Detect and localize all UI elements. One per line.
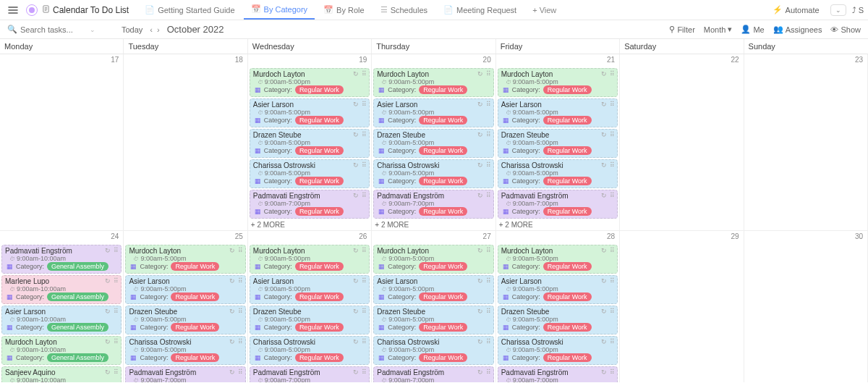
calendar-event[interactable]: ⠿↻Murdoch Layton9:00am-5:00pm▦Category:R… <box>373 68 493 97</box>
drag-handle-icon[interactable]: ⠿ <box>114 277 119 285</box>
drag-handle-icon[interactable]: ⠿ <box>486 131 491 138</box>
day-cell[interactable]: 25⠿↻Murdoch Layton9:00am-5:00pm▦Category… <box>124 231 247 382</box>
category-tag[interactable]: Regular Work <box>419 177 467 185</box>
category-tag[interactable]: General Assembly <box>47 292 109 301</box>
category-tag[interactable]: Regular Work <box>171 353 219 362</box>
drag-handle-icon[interactable]: ⠿ <box>114 247 119 254</box>
drag-handle-icon[interactable]: ⠿ <box>362 161 367 169</box>
drag-handle-icon[interactable]: ⠿ <box>610 161 615 169</box>
calendar-event[interactable]: ⠿↻Charissa Ostrowski9:00am-5:00pm▦Catego… <box>250 336 370 365</box>
day-cell[interactable]: 23 <box>744 54 868 231</box>
category-tag[interactable]: Regular Work <box>419 292 467 301</box>
calendar-event[interactable]: ⠿↻Murdoch Layton9:00am-5:00pm▦Category:R… <box>250 68 370 97</box>
drag-handle-icon[interactable]: ⠿ <box>486 369 491 376</box>
drag-handle-icon[interactable]: ⠿ <box>610 308 615 315</box>
category-tag[interactable]: Regular Work <box>543 85 592 94</box>
category-tag[interactable]: Regular Work <box>295 116 344 125</box>
next-month-button[interactable]: › <box>157 25 160 34</box>
calendar-event[interactable]: ⠿↻Murdoch Layton9:00am-5:00pm▦Category:R… <box>498 68 618 97</box>
me-toggle[interactable]: 👤Me <box>741 25 764 34</box>
drag-handle-icon[interactable]: ⠿ <box>486 247 491 254</box>
calendar-event[interactable]: ⠿↻Charissa Ostrowski9:00am-5:00pm▦Catego… <box>498 336 618 365</box>
category-tag[interactable]: Regular Work <box>419 262 467 271</box>
calendar-event[interactable]: ⠿↻Asier Larson9:00am-5:00pm▦Category:Reg… <box>250 98 370 127</box>
day-cell[interactable]: 24⠿↻Padmavati Engström9:00am-10:00am▦Cat… <box>0 231 124 382</box>
drag-handle-icon[interactable]: ⠿ <box>362 369 367 376</box>
drag-handle-icon[interactable]: ⠿ <box>610 70 615 77</box>
category-tag[interactable]: General Assembly <box>47 262 109 271</box>
calendar-event[interactable]: ⠿↻Murdoch Layton9:00am-5:00pm▦Category:R… <box>250 245 370 274</box>
calendar-event[interactable]: ⠿↻Padmavati Engström9:00am-7:00pm▦Catego… <box>498 366 618 382</box>
drag-handle-icon[interactable]: ⠿ <box>610 277 615 285</box>
calendar-event[interactable]: ⠿↻Murdoch Layton9:00am-5:00pm▦Category:R… <box>498 245 618 274</box>
drag-handle-icon[interactable]: ⠿ <box>362 338 367 345</box>
category-tag[interactable]: Regular Work <box>295 292 344 301</box>
drag-handle-icon[interactable]: ⠿ <box>610 101 615 108</box>
calendar-event[interactable]: ⠿↻Padmavati Engström9:00am-7:00pm▦Catego… <box>373 366 493 382</box>
category-tag[interactable]: Regular Work <box>171 292 219 301</box>
calendar-event[interactable]: ⠿↻Asier Larson9:00am-10:00am▦Category:Ge… <box>1 306 122 334</box>
more-events-button[interactable]: + 2 MORE <box>372 219 495 230</box>
drag-handle-icon[interactable]: ⠿ <box>610 192 615 199</box>
category-tag[interactable]: Regular Work <box>543 323 592 332</box>
calendar-event[interactable]: ⠿↻Drazen Steube9:00am-5:00pm▦Category:Re… <box>498 129 618 158</box>
calendar-event[interactable]: ⠿↻Charissa Ostrowski9:00am-5:00pm▦Catego… <box>373 159 493 188</box>
day-cell[interactable]: 30 <box>744 231 868 382</box>
drag-handle-icon[interactable]: ⠿ <box>362 70 367 77</box>
range-dropdown[interactable]: Month▾ <box>704 25 733 34</box>
more-events-button[interactable]: + 2 MORE <box>496 219 619 230</box>
day-cell[interactable]: 27⠿↻Murdoch Layton9:00am-5:00pm▦Category… <box>372 231 495 382</box>
tab-by-role[interactable]: 📅By Role <box>316 0 372 20</box>
drag-handle-icon[interactable]: ⠿ <box>610 338 615 345</box>
category-tag[interactable]: Regular Work <box>543 116 592 125</box>
calendar-event[interactable]: ⠿↻Asier Larson9:00am-5:00pm▦Category:Reg… <box>125 275 245 304</box>
calendar-event[interactable]: ⠿↻Sanjeev Aquino9:00am-10:00am▦Category:… <box>1 366 122 382</box>
day-cell[interactable]: 19⠿↻Murdoch Layton9:00am-5:00pm▦Category… <box>248 54 372 231</box>
category-tag[interactable]: Regular Work <box>543 262 592 271</box>
calendar-event[interactable]: ⠿↻Charissa Ostrowski9:00am-5:00pm▦Catego… <box>373 336 493 365</box>
tab-getting-started[interactable]: 📄Getting Started Guide <box>137 0 242 20</box>
add-view-button[interactable]: + View <box>525 6 563 14</box>
calendar-event[interactable]: ⠿↻Padmavati Engström9:00am-7:00pm▦Catego… <box>125 366 245 382</box>
drag-handle-icon[interactable]: ⠿ <box>362 308 367 315</box>
drag-handle-icon[interactable]: ⠿ <box>238 308 243 315</box>
calendar-event[interactable]: ⠿↻Drazen Steube9:00am-5:00pm▦Category:Re… <box>373 129 493 158</box>
day-cell[interactable]: 21⠿↻Murdoch Layton9:00am-5:00pm▦Category… <box>496 54 620 231</box>
day-cell[interactable]: 29 <box>620 231 744 382</box>
calendar-event[interactable]: ⠿↻Asier Larson9:00am-5:00pm▦Category:Reg… <box>373 98 493 127</box>
drag-handle-icon[interactable]: ⠿ <box>362 277 367 285</box>
calendar-event[interactable]: ⠿↻Asier Larson9:00am-5:00pm▦Category:Reg… <box>373 275 493 304</box>
category-tag[interactable]: Regular Work <box>543 207 592 216</box>
tab-schedules[interactable]: ☰Schedules <box>373 0 435 20</box>
category-tag[interactable]: Regular Work <box>543 292 592 301</box>
calendar-event[interactable]: ⠿↻Murdoch Layton9:00am-5:00pm▦Category:R… <box>373 245 493 274</box>
category-tag[interactable]: Regular Work <box>171 323 219 332</box>
calendar-event[interactable]: ⠿↻Charissa Ostrowski9:00am-5:00pm▦Catego… <box>498 159 618 188</box>
show-button[interactable]: 👁Show <box>830 25 861 34</box>
drag-handle-icon[interactable]: ⠿ <box>114 369 119 376</box>
calendar-event[interactable]: ⠿↻Marlene Lupo9:00am-10:00am▦Category:Ge… <box>1 275 122 304</box>
category-tag[interactable]: Regular Work <box>295 353 344 362</box>
calendar-event[interactable]: ⠿↻Asier Larson9:00am-5:00pm▦Category:Reg… <box>250 275 370 304</box>
calendar-event[interactable]: ⠿↻Asier Larson9:00am-5:00pm▦Category:Reg… <box>498 275 618 304</box>
calendar-event[interactable]: ⠿↻Padmavati Engström9:00am-7:00pm▦Catego… <box>373 190 493 219</box>
category-tag[interactable]: Regular Work <box>295 146 344 155</box>
day-cell[interactable]: 17 <box>0 54 124 231</box>
category-tag[interactable]: Regular Work <box>419 116 467 125</box>
drag-handle-icon[interactable]: ⠿ <box>486 338 491 345</box>
calendar-event[interactable]: ⠿↻Drazen Steube9:00am-5:00pm▦Category:Re… <box>250 129 370 158</box>
calendar-event[interactable]: ⠿↻Murdoch Layton9:00am-5:00pm▦Category:R… <box>125 245 245 274</box>
calendar-event[interactable]: ⠿↻Drazen Steube9:00am-5:00pm▦Category:Re… <box>125 306 245 334</box>
drag-handle-icon[interactable]: ⠿ <box>486 192 491 199</box>
calendar-event[interactable]: ⠿↻Padmavati Engström9:00am-10:00am▦Categ… <box>1 245 122 274</box>
prev-month-button[interactable]: ‹ <box>150 25 153 34</box>
calendar-event[interactable]: ⠿↻Padmavati Engström9:00am-7:00pm▦Catego… <box>250 190 370 219</box>
drag-handle-icon[interactable]: ⠿ <box>362 131 367 138</box>
category-tag[interactable]: Regular Work <box>419 85 467 94</box>
assignees-button[interactable]: 👥Assignees <box>773 25 822 34</box>
day-cell[interactable]: 18 <box>124 54 247 231</box>
drag-handle-icon[interactable]: ⠿ <box>486 308 491 315</box>
drag-handle-icon[interactable]: ⠿ <box>486 277 491 285</box>
category-tag[interactable]: Regular Work <box>543 146 592 155</box>
calendar-event[interactable]: ⠿↻Murdoch Layton9:00am-10:00am▦Category:… <box>1 336 122 365</box>
